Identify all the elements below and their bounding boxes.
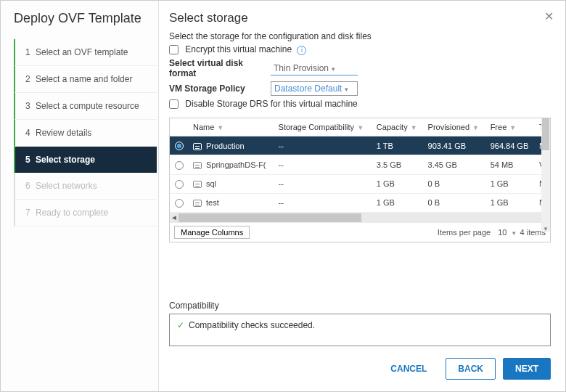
v-scroll-thumb[interactable]	[542, 118, 549, 150]
radio-select[interactable]	[175, 199, 184, 208]
manage-columns-button[interactable]: Manage Columns	[174, 226, 250, 239]
step-storage[interactable]: 5Select storage	[14, 147, 157, 173]
next-button[interactable]: NEXT	[503, 358, 551, 380]
datastore-icon	[193, 200, 202, 207]
h-scrollbar[interactable]: ◄ ►	[170, 213, 550, 223]
items-per-page-select[interactable]: 10 ▾	[498, 228, 515, 237]
cancel-button[interactable]: CANCEL	[379, 358, 438, 380]
close-icon[interactable]: ✕	[544, 9, 554, 23]
drs-row: Disable Storage DRS for this virtual mac…	[169, 99, 551, 109]
wizard-title: Deploy OVF Template	[14, 11, 158, 26]
compat-label: Compatibility	[169, 301, 551, 311]
table-row[interactable]: Production -- 1 TB 903.41 GB 964.84 GB N	[170, 136, 550, 155]
storage-policy-label: VM Storage Policy	[169, 83, 271, 94]
wizard-main: ✕ Select storage Select the storage for …	[159, 1, 565, 391]
filter-icon[interactable]: ▼	[217, 124, 223, 131]
chevron-down-icon: ▾	[512, 229, 516, 237]
h-scroll-thumb[interactable]	[179, 213, 361, 222]
compat-box: ✓Compatibility checks succeeded.	[169, 314, 551, 346]
datastore-table-wrap: Name▼ Storage Compatibility▼ Capacity▼ P…	[169, 118, 551, 242]
scroll-down-icon[interactable]: ▼	[541, 226, 550, 232]
datastore-icon	[193, 143, 202, 150]
storage-policy-select[interactable]: Datastore Default▾	[271, 81, 358, 96]
chevron-down-icon: ▾	[332, 65, 335, 73]
col-free[interactable]: Free▼	[486, 118, 535, 136]
filter-icon[interactable]: ▼	[357, 124, 364, 131]
step-select-ovf[interactable]: 1Select an OVF template	[14, 39, 157, 66]
info-icon[interactable]: i	[297, 46, 306, 55]
ovf-wizard-dialog: Deploy OVF Template 1Select an OVF templ…	[0, 0, 566, 392]
datastore-tbody: Production -- 1 TB 903.41 GB 964.84 GB N…	[170, 136, 550, 212]
filter-icon[interactable]: ▼	[509, 124, 516, 131]
v-scrollbar[interactable]: ▲ ▼	[541, 118, 550, 231]
filter-icon[interactable]: ▼	[472, 124, 479, 131]
step-review[interactable]: 4Review details	[14, 120, 157, 147]
table-header-row: Name▼ Storage Compatibility▼ Capacity▼ P…	[170, 118, 550, 136]
drs-label: Disable Storage DRS for this virtual mac…	[185, 99, 357, 109]
step-networks: 6Select networks	[14, 173, 157, 200]
radio-select[interactable]	[175, 180, 184, 189]
wizard-sidebar: Deploy OVF Template 1Select an OVF templ…	[1, 1, 159, 391]
disk-format-select[interactable]: Thin Provision▾	[271, 62, 358, 75]
scroll-left-icon[interactable]: ◄	[170, 213, 179, 223]
radio-select[interactable]	[175, 161, 184, 170]
table-row[interactable]: sql -- 1 GB 0 B 1 GB N	[170, 174, 550, 193]
encrypt-label: Encrypt this virtual machine	[185, 44, 292, 54]
filter-icon[interactable]: ▼	[411, 124, 417, 131]
radio-select[interactable]	[175, 142, 184, 150]
check-icon: ✓	[177, 320, 184, 330]
compat-message: Compatibility checks succeeded.	[189, 320, 315, 330]
table-row[interactable]: test -- 1 GB 0 B 1 GB N	[170, 193, 550, 212]
col-select	[170, 118, 189, 136]
datastore-table: Name▼ Storage Compatibility▼ Capacity▼ P…	[170, 118, 550, 212]
page-title: Select storage	[169, 11, 551, 25]
disk-format-row: Select virtual disk format Thin Provisio…	[169, 58, 551, 78]
back-button[interactable]: BACK	[446, 358, 496, 380]
table-footer: Manage Columns Items per page 10 ▾ 4 ite…	[170, 223, 550, 242]
datastore-icon	[193, 162, 202, 169]
page-desc: Select the storage for the configuration…	[169, 31, 551, 41]
col-provisioned[interactable]: Provisioned▼	[424, 118, 486, 136]
storage-policy-row: VM Storage Policy Datastore Default▾	[169, 81, 551, 96]
datastore-icon	[193, 181, 202, 188]
col-capacity[interactable]: Capacity▼	[372, 118, 424, 136]
encrypt-row: Encrypt this virtual machine i	[169, 44, 551, 55]
step-compute[interactable]: 3Select a compute resource	[14, 93, 157, 120]
step-name-folder[interactable]: 2Select a name and folder	[14, 66, 157, 93]
table-row[interactable]: SpringpathDS-F( -- 3.5 GB 3.45 GB 54 MB …	[170, 155, 550, 174]
encrypt-checkbox[interactable]	[169, 45, 179, 54]
chevron-down-icon: ▾	[345, 86, 348, 93]
drs-checkbox[interactable]	[169, 99, 179, 109]
col-compat[interactable]: Storage Compatibility▼	[274, 118, 372, 136]
items-per-page-label: Items per page	[438, 228, 491, 237]
disk-format-label: Select virtual disk format	[169, 58, 271, 78]
wizard-footer: CANCEL BACK NEXT	[169, 346, 551, 380]
wizard-steps: 1Select an OVF template 2Select a name a…	[14, 39, 158, 226]
step-complete: 7Ready to complete	[14, 200, 157, 226]
col-name[interactable]: Name▼	[189, 118, 274, 136]
